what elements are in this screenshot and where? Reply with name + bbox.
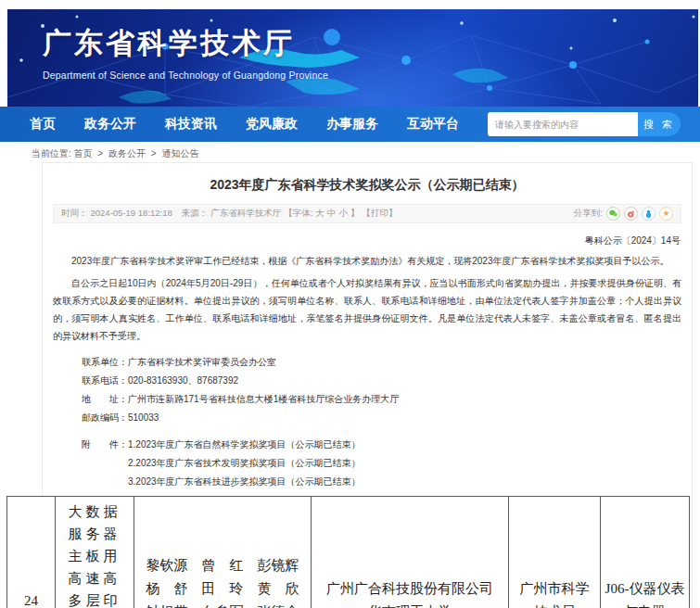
contact-unit-row: 联系单位：广东省科学技术奖评审委员会办公室: [82, 353, 681, 372]
contact-block: 联系单位：广东省科学技术奖评审委员会办公室 联系电话：020-83163930、…: [82, 353, 681, 427]
contact-phone-value: 020-83163930、87687392: [128, 375, 238, 386]
cell-awardees: 黎钦源 曾 红 彭镜辉 杨 舒 田 玲 黄 欣 钟根带 向参军 张德金 倪浩然: [134, 497, 312, 608]
contact-phone-label: 联系电话：: [82, 375, 128, 386]
document-number: 粤科公示〔2024〕14号: [43, 223, 692, 247]
meta-source-label: 来源：: [182, 208, 209, 218]
organization-line: 华南理工大学: [323, 601, 497, 608]
share-weibo-icon[interactable]: [624, 207, 638, 221]
awardee-line: 钟根带 向参军 张德金: [144, 601, 301, 608]
table-row: 24 大数据服务器主板用高速高多层印制电路关键技术及产业化 黎钦源 曾 红 彭镜…: [7, 497, 690, 608]
article-meta-bar: 时间：2024-05-19 18:12:18来源：广东省科学技术厅【字体:大中小…: [53, 204, 681, 223]
share-label: 分享到:: [574, 208, 603, 220]
contact-unit-value: 广东省科学技术奖评审委员会办公室: [128, 357, 276, 367]
awardee-line: 黎钦源 曾 红 彭镜辉: [144, 554, 301, 577]
nav-item-party-conduct[interactable]: 党风廉政: [246, 116, 298, 133]
attachments-label: 附 件：: [82, 436, 128, 491]
font-size-small[interactable]: 小: [338, 208, 348, 218]
page-title: 2023年度广东省科学技术奖拟奖公示（公示期已结束）: [43, 163, 692, 204]
main-nav: 首页 政务公开 科技资讯 党风廉政 办事服务 互动平台 搜 索: [0, 107, 700, 142]
meta-time-label: 时间：: [61, 208, 88, 218]
cell-nominator: 广州市科学技术局: [509, 497, 601, 608]
site-title: 广东省科学技术厅: [43, 24, 328, 63]
contact-phone-row: 联系电话：020-83163930、87687392: [82, 372, 681, 390]
font-size-close: 】: [350, 208, 360, 218]
font-size-open: 【字体:: [284, 208, 312, 218]
search-box: 搜 索: [488, 112, 681, 136]
share-qq-icon[interactable]: [642, 207, 655, 221]
article-paragraph: 自公示之日起10日内（2024年5月20日-29日），任何单位或者个人对拟奖结果…: [53, 274, 681, 345]
breadcrumb-separator: >: [97, 148, 103, 158]
share-wechat-icon[interactable]: [606, 207, 620, 221]
cell-organizations: 广州广合科技股份有限公司 华南理工大学: [312, 497, 509, 608]
contact-address-row: 地 址：广州市连新路171号省科技信息大楼1楼省科技厅综合业务办理大厅: [82, 390, 681, 409]
contact-postcode-value: 510033: [128, 412, 159, 423]
meta-source-value: 广东省科学技术厅: [210, 208, 281, 218]
contact-unit-label: 联系单位：: [82, 357, 128, 367]
organization-line: 广州广合科技股份有限公司: [323, 577, 497, 601]
attachment-link-3[interactable]: 3.2023年度广东省科技进步奖拟奖项目（公示期已结束）: [128, 473, 361, 491]
share-bar: 分享到: ★: [574, 207, 673, 221]
cell-project-title: 大数据服务器主板用高速高多层印制电路关键技术及产业化: [56, 497, 134, 608]
print-button[interactable]: 【打印】: [362, 208, 397, 218]
nav-item-home[interactable]: 首页: [30, 116, 56, 133]
meta-time-value: 2024-05-19 18:12:18: [91, 208, 172, 218]
search-input[interactable]: [488, 112, 638, 136]
breadcrumb-separator: >: [151, 148, 157, 158]
article-container: 2023年度广东省科学技术奖拟奖公示（公示期已结束） 时间：2024-05-19…: [42, 162, 693, 608]
breadcrumb-gov-affairs[interactable]: 政务公开: [108, 148, 146, 158]
contact-address-label: 地 址：: [82, 394, 128, 404]
breadcrumb-notices[interactable]: 通知公告: [161, 148, 198, 158]
font-size-medium[interactable]: 中: [327, 208, 337, 218]
nav-item-gov-affairs[interactable]: 政务公开: [84, 116, 136, 133]
attachments-block: 附 件： 1.2023年度广东省自然科学奖拟奖项目（公示期已结束） 2.2023…: [82, 436, 681, 491]
nav-item-sci-tech-news[interactable]: 科技资讯: [165, 116, 217, 133]
breadcrumb-label: 当前位置:: [32, 148, 71, 158]
contact-postcode-row: 邮政编码：510033: [82, 409, 681, 427]
awardee-line: 杨 舒 田 玲 黄 欣: [144, 577, 301, 601]
contact-address-value: 广州市连新路171号省科技信息大楼1楼省科技厅综合业务办理大厅: [128, 394, 399, 404]
search-button[interactable]: 搜 索: [638, 112, 681, 136]
site-banner: 广东省科学技术厅 Department of Science and Techn…: [7, 9, 698, 107]
attachment-link-1[interactable]: 1.2023年度广东省自然科学奖拟奖项目（公示期已结束）: [128, 436, 361, 454]
cell-category: J06-仪器仪表与电器: [601, 497, 690, 608]
nav-item-services[interactable]: 办事服务: [326, 116, 378, 133]
article-paragraph: 2023年度广东省科学技术奖评审工作已经结束，根据《广东省科学技术奖励办法》有关…: [53, 252, 681, 270]
attachment-link-2[interactable]: 2.2023年度广东省技术发明奖拟奖项目（公示期已结束）: [128, 454, 361, 473]
site-subtitle: Department of Science and Technology of …: [43, 70, 328, 81]
breadcrumb: 当前位置: 首页 > 政务公开 > 通知公告: [0, 142, 700, 162]
nav-item-interaction[interactable]: 互动平台: [407, 116, 459, 133]
contact-postcode-label: 邮政编码：: [82, 412, 128, 423]
font-size-large[interactable]: 大: [315, 208, 325, 218]
cell-row-number: 24: [7, 497, 56, 608]
breadcrumb-home[interactable]: 首页: [74, 148, 93, 158]
article-meta-left: 时间：2024-05-19 18:12:18来源：广东省科学技术厅【字体:大中小…: [61, 208, 400, 220]
award-table: 24 大数据服务器主板用高速高多层印制电路关键技术及产业化 黎钦源 曾 红 彭镜…: [6, 496, 690, 608]
share-favorite-star-icon[interactable]: ★: [659, 207, 673, 221]
